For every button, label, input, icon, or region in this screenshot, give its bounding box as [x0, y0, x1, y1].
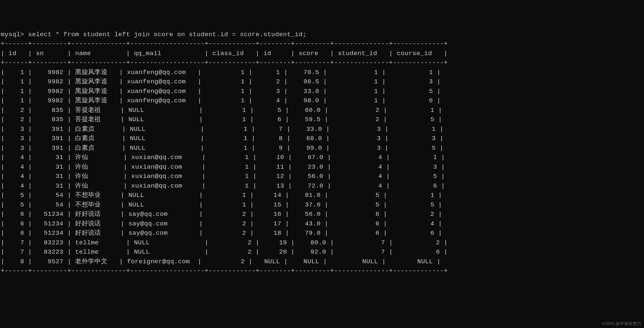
table-header: | id | sn | name | qq_mail | class_id | … [1, 49, 643, 58]
table-separator: +------+---------+--------------+-------… [1, 58, 643, 68]
table-row: | 4 | 31 | 许仙 | xuxian@qq.com | 1 | 11 |… [1, 162, 643, 172]
table-separator: +------+---------+--------------+-------… [1, 266, 643, 276]
table-row: | 4 | 31 | 许仙 | xuxian@qq.com | 1 | 12 |… [1, 172, 643, 181]
table-row: | 3 | 391 | 白素贞 | NULL | 1 | 7 | 33.0 | … [1, 124, 643, 134]
watermark: CSDN @不谢在努力 [602, 320, 641, 325]
query-line: mysql> select * from student left join s… [1, 30, 643, 40]
table-row: | 7 | 83223 | tellme | NULL | 2 | 19 | 8… [1, 238, 643, 248]
table-row: | 4 | 31 | 许仙 | xuxian@qq.com | 1 | 13 |… [1, 181, 643, 191]
table-row: | 7 | 83223 | tellme | NULL | 2 | 20 | 9… [1, 247, 643, 257]
table-row: | 6 | 51234 | 好好说话 | say@qq.com | 2 | 18… [1, 228, 643, 238]
table-row: | 3 | 391 | 白素贞 | NULL | 1 | 8 | 68.0 | … [1, 134, 643, 143]
table-row: | 1 | 9982 | 黑旋风李逵 | xuanfeng@qq.com | 1… [1, 96, 643, 106]
table-separator: +------+---------+--------------+-------… [1, 39, 643, 49]
table-row: | 8 | 9527 | 老外学中文 | foreigner@qq.com | … [1, 257, 643, 267]
table-row: | 5 | 54 | 不想毕业 | NULL | 1 | 14 | 81.0 |… [1, 191, 643, 200]
table-row: | 5 | 54 | 不想毕业 | NULL | 1 | 15 | 37.0 |… [1, 200, 643, 210]
table-row: | 1 | 9982 | 黑旋风李逵 | xuanfeng@qq.com | 1… [1, 68, 643, 77]
table-row: | 1 | 9982 | 黑旋风李逵 | xuanfeng@qq.com | 1… [1, 87, 643, 96]
table-row: | 3 | 391 | 白素贞 | NULL | 1 | 9 | 99.0 | … [1, 143, 643, 153]
table-row: | 2 | 835 | 菩提老祖 | NULL | 1 | 5 | 60.0 |… [1, 106, 643, 115]
terminal-output: mysql> select * from student left join s… [1, 30, 643, 276]
sql-query: select * from student left join score on… [28, 31, 307, 38]
table-row: | 1 | 9982 | 黑旋风李逵 | xuanfeng@qq.com | 1… [1, 77, 643, 87]
table-row: | 2 | 835 | 菩提老祖 | NULL | 1 | 6 | 59.5 |… [1, 115, 643, 124]
mysql-prompt: mysql> [1, 31, 28, 38]
table-row: | 6 | 51234 | 好好说话 | say@qq.com | 2 | 17… [1, 219, 643, 229]
table-row: | 4 | 31 | 许仙 | xuxian@qq.com | 1 | 10 |… [1, 153, 643, 162]
table-row: | 6 | 51234 | 好好说话 | say@qq.com | 2 | 16… [1, 209, 643, 219]
